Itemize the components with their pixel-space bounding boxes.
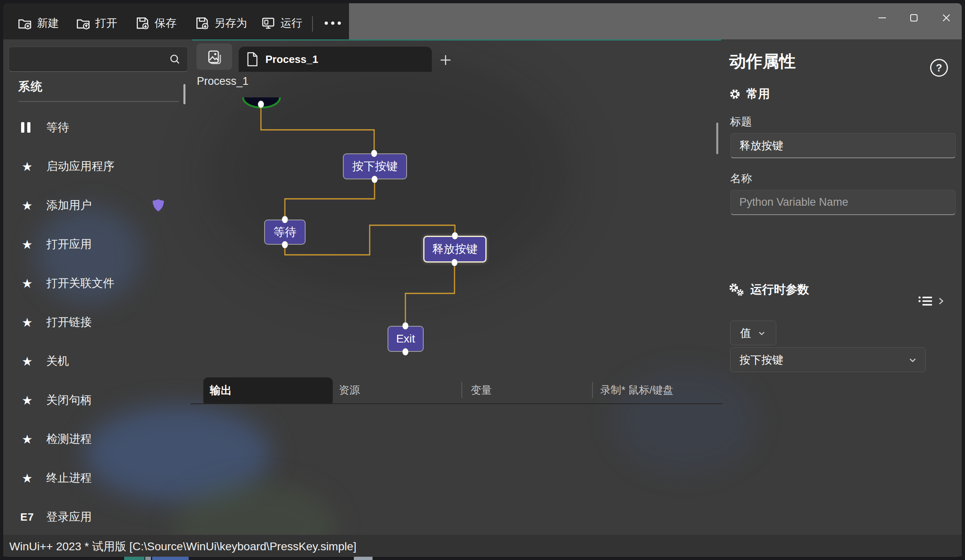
- desktop-sliver: [145, 557, 151, 560]
- canvas-process-title: Process_1: [197, 75, 249, 88]
- flow-node-label: 按下按键: [352, 159, 398, 174]
- star-icon: ★: [19, 315, 36, 330]
- sidebar-item-10[interactable]: E7登录应用: [3, 498, 187, 536]
- titlebar: [349, 3, 962, 39]
- maximize-button[interactable]: [901, 8, 927, 28]
- new-file-icon: [17, 15, 32, 31]
- detail-list-icon[interactable]: [918, 295, 933, 307]
- status-text: WinUi++ 2023 * 试用版 [C:\Source\WinUi\keyb…: [9, 539, 356, 554]
- desktop-sliver: [152, 557, 189, 560]
- help-icon[interactable]: ?: [930, 59, 948, 77]
- sidebar-item-0[interactable]: 等待: [3, 108, 187, 147]
- runtime-type-label: 值: [740, 326, 751, 340]
- flow-node-press-key[interactable]: 按下按键: [343, 153, 407, 179]
- sidebar-item-label: 关机: [46, 353, 69, 369]
- gallery-button[interactable]: [196, 43, 232, 70]
- star-icon: ★: [19, 471, 36, 485]
- name-field-label: 名称: [730, 171, 752, 186]
- search-input[interactable]: [9, 47, 169, 71]
- sidebar-item-2[interactable]: ★添加用户: [3, 186, 187, 225]
- sidebar-item-label: 添加用户: [46, 198, 92, 213]
- sidebar-scrollbar[interactable]: [183, 84, 185, 104]
- tab-process-1[interactable]: Process_1: [239, 47, 432, 72]
- flow-node-label: 等待: [274, 224, 296, 240]
- dock-tab-active[interactable]: 输出: [203, 377, 333, 403]
- star-icon: ★: [19, 432, 36, 446]
- sidebar-item-8[interactable]: ★检测进程: [3, 420, 187, 459]
- screen: 新建打开保存另存为运行 系统 等待★启动应用程序★添加用户★打开应用★打开关联文…: [0, 0, 965, 560]
- save-icon: [135, 15, 150, 31]
- toolbar-button-save-as[interactable]: 另存为: [194, 11, 247, 36]
- run-icon: [261, 15, 276, 31]
- plus-icon: [439, 53, 452, 67]
- sidebar-item-9[interactable]: ★终止进程: [3, 459, 187, 498]
- dock-divider: [191, 403, 722, 404]
- inspector-title: 动作属性: [729, 50, 796, 73]
- sidebar-item-5[interactable]: ★打开链接: [3, 303, 187, 342]
- flow-node-label: Exit: [396, 332, 415, 345]
- sidebar-search: [9, 47, 188, 72]
- toolbar-button-label: 运行: [280, 16, 302, 30]
- close-icon: [941, 13, 952, 23]
- toolbar: 新建打开保存另存为运行: [3, 3, 349, 39]
- section-common: 常用: [729, 86, 770, 102]
- sidebar-item-3[interactable]: ★打开应用: [3, 225, 187, 264]
- desktop-sliver: [354, 557, 373, 560]
- dock-tab-2[interactable]: 变量: [471, 383, 492, 397]
- dock-tab-1[interactable]: 资源: [339, 383, 360, 397]
- sidebar-item-4[interactable]: ★打开关联文件: [3, 264, 187, 303]
- star-icon: ★: [19, 354, 36, 368]
- flow-node-release-key[interactable]: 释放按键: [423, 236, 487, 263]
- toolbar-button-open-file[interactable]: 打开: [75, 11, 117, 36]
- runtime-value-combobox[interactable]: 按下按键: [730, 347, 926, 372]
- uac-shield-icon: [153, 199, 164, 211]
- sidebar-item-6[interactable]: ★关机: [3, 342, 187, 381]
- flow-node-wait[interactable]: 等待: [264, 220, 306, 245]
- flow-node-label: 释放按键: [432, 241, 478, 257]
- canvas-vscrollbar[interactable]: [716, 123, 718, 154]
- search-icon: [169, 53, 181, 65]
- toolbar-button-label: 保存: [155, 16, 177, 30]
- close-button[interactable]: [933, 8, 959, 28]
- e7-icon: E7: [19, 511, 36, 523]
- toolbar-button-label: 新建: [37, 16, 59, 30]
- add-tab-button[interactable]: [435, 50, 456, 70]
- title-field-input[interactable]: [730, 133, 956, 158]
- sidebar-item-label: 终止进程: [46, 470, 92, 486]
- toolbar-button-save[interactable]: 保存: [135, 11, 177, 36]
- runtime-value-label: 按下按键: [739, 353, 907, 367]
- save-as-icon: [194, 15, 210, 31]
- star-icon: ★: [19, 198, 36, 213]
- toolbar-button-label: 另存为: [214, 16, 247, 30]
- sidebar-item-1[interactable]: ★启动应用程序: [3, 147, 187, 186]
- flow-node-exit[interactable]: Exit: [388, 326, 424, 352]
- more-button[interactable]: [322, 11, 343, 36]
- dock-tab-separator: [461, 382, 462, 398]
- toolbar-separator: [312, 16, 313, 32]
- gear-icon: [729, 88, 741, 100]
- maximize-icon: [909, 13, 919, 23]
- minimize-button[interactable]: [869, 8, 895, 28]
- toolbar-button-run[interactable]: 运行: [261, 11, 302, 36]
- section-runtime-label: 运行时参数: [750, 282, 809, 298]
- name-field-input[interactable]: [730, 190, 956, 215]
- sidebar-item-label: 打开应用: [46, 237, 92, 252]
- runtime-type-dropdown[interactable]: 值: [730, 321, 776, 345]
- sidebar-item-label: 等待: [46, 120, 69, 135]
- chevron-right-icon[interactable]: [937, 295, 945, 307]
- minimize-icon: [877, 13, 887, 23]
- toolbar-button-label: 打开: [95, 16, 117, 30]
- chevron-down-icon: [757, 328, 767, 338]
- dock-tab-label: 输出: [210, 383, 232, 398]
- open-file-icon: [75, 15, 91, 31]
- sidebar-item-label: 启动应用程序: [46, 159, 114, 174]
- sidebar-item-7[interactable]: ★关闭句柄: [3, 381, 187, 420]
- toolbar-button-new-file[interactable]: 新建: [17, 11, 59, 36]
- desktop-sliver: [124, 557, 144, 560]
- star-icon: ★: [19, 276, 36, 291]
- title-field-label: 标题: [730, 114, 752, 129]
- gears-icon: [728, 283, 745, 297]
- sidebar-item-label: 检测进程: [46, 431, 92, 447]
- dock-tab-3[interactable]: 录制* 鼠标/键盘: [600, 383, 674, 397]
- image-icon: [206, 49, 222, 65]
